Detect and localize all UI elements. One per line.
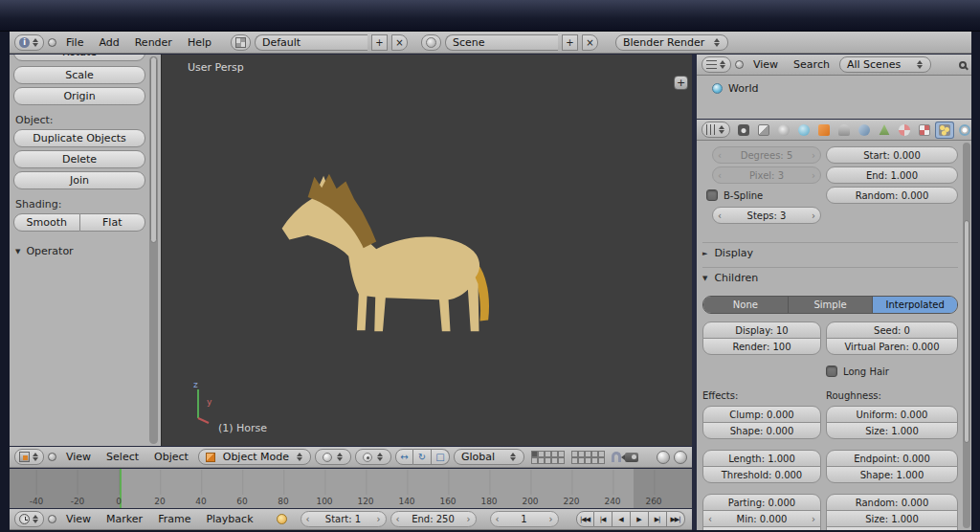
toolshelf-clipped-area[interactable]: Rotate: [13, 55, 145, 63]
degrees-field[interactable]: Degrees: 5: [712, 146, 821, 164]
render-engine-selector[interactable]: Blender Render: [615, 34, 728, 51]
layer-cell[interactable]: [571, 457, 578, 464]
screen-layout-icon-button[interactable]: [231, 34, 251, 51]
children-mode-simple[interactable]: Simple: [789, 297, 874, 313]
layer-cell[interactable]: [551, 457, 558, 464]
menu-add[interactable]: Add: [93, 36, 124, 49]
layer-cell[interactable]: [598, 457, 605, 464]
screen-layout-selector[interactable]: Default: [255, 34, 368, 51]
layer-cell[interactable]: [551, 451, 558, 457]
rotate-manipulator-button[interactable]: ↻: [413, 449, 432, 465]
seed-field[interactable]: Seed: 0: [826, 321, 958, 339]
add-scene-button[interactable]: +: [562, 34, 578, 51]
timeline-editor-type-button[interactable]: [14, 511, 44, 527]
tab-object[interactable]: [814, 122, 834, 139]
viewport-editor-type-button[interactable]: [14, 449, 44, 465]
tab-constraints[interactable]: [835, 122, 854, 139]
jump-to-start-button[interactable]: |◀◀: [576, 511, 594, 527]
header-options-icon[interactable]: [735, 60, 744, 69]
end-field[interactable]: End: 1.000: [826, 166, 958, 184]
start-field[interactable]: Start: 0.000: [826, 146, 958, 164]
bspline-checkbox[interactable]: [706, 189, 718, 201]
menu-object[interactable]: Object: [148, 451, 194, 463]
children-panel-header[interactable]: ▼ Children: [702, 267, 958, 288]
long-hair-checkbox[interactable]: [826, 366, 837, 377]
info-editor-type-button[interactable]: i: [14, 34, 44, 51]
toolshelf-scrollbar-thumb[interactable]: [150, 56, 157, 243]
steps-field[interactable]: Steps: 3: [712, 207, 821, 224]
layer-cell[interactable]: [558, 457, 565, 464]
delete-button[interactable]: Delete: [13, 150, 145, 168]
tab-particles[interactable]: [935, 122, 954, 139]
rotate-button[interactable]: Rotate: [13, 55, 145, 61]
pixel-field[interactable]: Pixel: 3: [712, 166, 821, 184]
parting-min-field[interactable]: Min: 0.000: [702, 510, 821, 527]
mode-selector[interactable]: Object Mode: [198, 449, 311, 465]
layer-cell[interactable]: [531, 451, 538, 457]
opengl-render-button[interactable]: [657, 451, 670, 464]
menu-playback[interactable]: Playback: [200, 513, 258, 525]
menu-help[interactable]: Help: [182, 36, 217, 49]
search-icon[interactable]: [959, 61, 967, 69]
scene-icon-button[interactable]: [421, 34, 441, 51]
rough-uniform-size-field[interactable]: Size: 1.000: [826, 422, 958, 439]
children-display-field[interactable]: Display: 10: [702, 321, 821, 339]
duplicate-objects-button[interactable]: Duplicate Objects: [13, 129, 145, 147]
window-titlebar[interactable]: [0, 0, 980, 32]
transform-orientation-selector[interactable]: Global: [454, 449, 524, 465]
flat-button[interactable]: Flat: [80, 213, 146, 232]
render-camera-icon[interactable]: [625, 453, 638, 462]
toolshelf-scrollbar[interactable]: [149, 56, 158, 444]
length-threshold-field[interactable]: Threshold: 0.000: [702, 466, 821, 483]
layer-cell[interactable]: [591, 451, 598, 457]
tab-material[interactable]: [895, 122, 914, 139]
previous-keyframe-button[interactable]: |◀: [594, 511, 612, 527]
length-field[interactable]: Length: 1.000: [702, 450, 821, 467]
layer-cell[interactable]: [545, 451, 551, 457]
layer-cell[interactable]: [578, 457, 585, 464]
scale-button[interactable]: Scale: [13, 66, 145, 84]
menu-file[interactable]: File: [60, 36, 89, 49]
open-properties-region-button[interactable]: +: [674, 76, 688, 90]
layer-cell[interactable]: [538, 451, 545, 457]
snap-magnet-icon[interactable]: [612, 452, 621, 462]
menu-marker[interactable]: Marker: [100, 513, 148, 525]
end-frame-field[interactable]: End: 250: [390, 511, 477, 527]
layer-cell[interactable]: [578, 451, 585, 457]
rough-random-size-field[interactable]: Size: 1.000: [826, 510, 958, 527]
operator-panel-header[interactable]: ▼ Operator: [15, 245, 155, 257]
children-render-field[interactable]: Render: 100: [702, 338, 821, 355]
tab-physics[interactable]: [955, 122, 974, 139]
clump-field[interactable]: Clump: 0.000: [702, 406, 821, 423]
pivot-point-selector[interactable]: [355, 449, 391, 465]
layer-cell[interactable]: [545, 457, 551, 464]
menu-view[interactable]: View: [60, 513, 97, 525]
children-mode-interpolated[interactable]: Interpolated: [873, 297, 957, 313]
parting-max-field[interactable]: Max: 0.000: [702, 526, 821, 530]
layer-cell[interactable]: [585, 457, 591, 464]
rough-uniform-field[interactable]: Uniform: 0.000: [826, 406, 958, 423]
viewport-3d[interactable]: Rotate Scale Origin Object: Duplicate Ob…: [10, 55, 692, 446]
layer-cell[interactable]: [591, 457, 598, 464]
tab-world[interactable]: [794, 122, 813, 139]
header-options-icon[interactable]: [48, 453, 56, 461]
layer-cell[interactable]: [531, 457, 538, 464]
properties-scrollbar-thumb[interactable]: [964, 220, 969, 444]
outliner-item-world[interactable]: World: [697, 76, 971, 95]
virtual-parents-field[interactable]: Virtual Paren: 0.000: [826, 338, 958, 355]
rough-random-threshold-field[interactable]: Threshold: 0.000: [826, 526, 958, 530]
header-options-icon[interactable]: [48, 515, 56, 523]
layer-cell[interactable]: [585, 451, 591, 457]
translate-manipulator-button[interactable]: ↔: [395, 449, 413, 465]
outliner-display-mode-selector[interactable]: All Scenes: [839, 56, 931, 73]
long-hair-checkbox-row[interactable]: Long Hair: [826, 363, 958, 380]
delete-scene-button[interactable]: ×: [582, 34, 598, 51]
scene-selector[interactable]: Scene: [445, 34, 558, 51]
tab-scene[interactable]: [774, 122, 793, 139]
origin-button[interactable]: Origin: [13, 87, 145, 105]
jump-to-end-button[interactable]: ▶▶|: [667, 511, 685, 527]
rough-endpoint-field[interactable]: Endpoint: 0.000: [826, 450, 958, 467]
join-button[interactable]: Join: [13, 171, 145, 189]
clump-shape-field[interactable]: Shape: 0.000: [702, 422, 821, 439]
horse-model[interactable]: [271, 158, 493, 347]
